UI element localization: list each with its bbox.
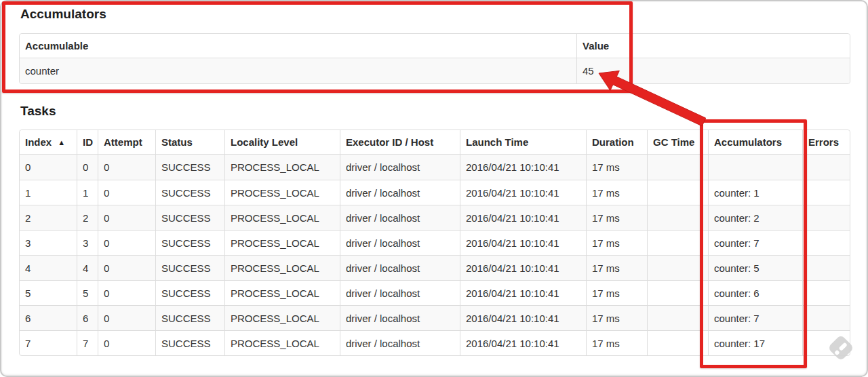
cell-duration: 17 ms xyxy=(586,205,647,230)
cell-duration: 17 ms xyxy=(586,155,647,180)
cell-gc-time xyxy=(647,180,708,205)
cell-errors xyxy=(802,280,850,305)
cell-accumulators: counter: 2 xyxy=(708,205,802,230)
cell-errors xyxy=(802,255,850,280)
cell-id: 7 xyxy=(77,330,98,355)
cell-accumulators: counter: 7 xyxy=(708,305,802,330)
task-row: 4 4 0 SUCCESS PROCESS_LOCAL driver / loc… xyxy=(20,255,850,280)
col-header-status[interactable]: Status xyxy=(155,130,224,155)
cell-id: 2 xyxy=(77,205,98,230)
cell-accumulators: counter: 17 xyxy=(708,330,802,355)
spark-ui-stage-page: Accumulators Accumulable Value counter 4… xyxy=(0,0,868,377)
cell-launch-time: 2016/04/21 10:10:41 xyxy=(460,180,586,205)
cell-errors xyxy=(802,180,850,205)
col-header-locality-level[interactable]: Locality Level xyxy=(224,130,340,155)
cell-executor-id-host: driver / localhost xyxy=(340,255,460,280)
cell-launch-time: 2016/04/21 10:10:41 xyxy=(460,280,586,305)
cell-id: 6 xyxy=(77,305,98,330)
accumulator-row: counter 45 xyxy=(20,58,850,83)
cell-executor-id-host: driver / localhost xyxy=(340,230,460,255)
accumulators-header-row: Accumulable Value xyxy=(20,34,850,58)
cell-errors xyxy=(802,155,850,180)
cell-errors xyxy=(802,205,850,230)
cell-locality-level: PROCESS_LOCAL xyxy=(224,230,340,255)
tasks-section-title: Tasks xyxy=(20,104,849,119)
col-header-launch-time[interactable]: Launch Time xyxy=(460,130,586,155)
cell-duration: 17 ms xyxy=(586,330,647,355)
cell-attempt: 0 xyxy=(98,280,155,305)
cell-index: 1 xyxy=(20,180,77,205)
cell-index: 5 xyxy=(20,280,77,305)
task-row: 6 6 0 SUCCESS PROCESS_LOCAL driver / loc… xyxy=(20,305,850,330)
watermark-stripe xyxy=(838,342,847,351)
cell-duration: 17 ms xyxy=(586,230,647,255)
cell-accumulators: counter: 7 xyxy=(708,230,802,255)
col-header-executor-id-host[interactable]: Executor ID / Host xyxy=(340,130,460,155)
cell-status: SUCCESS xyxy=(155,230,224,255)
col-header-value: Value xyxy=(576,34,850,58)
cell-gc-time xyxy=(647,155,708,180)
cell-locality-level: PROCESS_LOCAL xyxy=(224,205,340,230)
cell-gc-time xyxy=(647,255,708,280)
watermark-diamond xyxy=(827,334,854,361)
col-header-attempt[interactable]: Attempt xyxy=(98,130,155,155)
cell-index: 3 xyxy=(20,230,77,255)
cell-accumulators: counter: 5 xyxy=(708,255,802,280)
cell-attempt: 0 xyxy=(98,230,155,255)
cell-accumulators xyxy=(708,155,802,180)
cell-accumulators: counter: 1 xyxy=(708,180,802,205)
page-content: Accumulators Accumulable Value counter 4… xyxy=(19,7,849,356)
cell-accumulable-name[interactable]: counter xyxy=(20,58,576,83)
cell-locality-level: PROCESS_LOCAL xyxy=(224,305,340,330)
cell-locality-level: PROCESS_LOCAL xyxy=(224,180,340,205)
col-header-gc-time[interactable]: GC Time xyxy=(647,130,708,155)
cell-id: 5 xyxy=(77,280,98,305)
tasks-table: Index▲ ID Attempt Status Locality Level … xyxy=(19,130,850,356)
cell-errors xyxy=(802,230,850,255)
cell-locality-level: PROCESS_LOCAL xyxy=(224,280,340,305)
cell-attempt: 0 xyxy=(98,205,155,230)
col-header-duration[interactable]: Duration xyxy=(586,130,647,155)
cell-executor-id-host: driver / localhost xyxy=(340,180,460,205)
cell-id: 0 xyxy=(77,155,98,180)
cell-launch-time: 2016/04/21 10:10:41 xyxy=(460,330,586,355)
cell-gc-time xyxy=(647,305,708,330)
cell-status: SUCCESS xyxy=(155,330,224,355)
cell-launch-time: 2016/04/21 10:10:41 xyxy=(460,230,586,255)
cell-attempt: 0 xyxy=(98,255,155,280)
cell-status: SUCCESS xyxy=(155,205,224,230)
col-header-index[interactable]: Index▲ xyxy=(20,130,77,155)
cell-id: 4 xyxy=(77,255,98,280)
cell-locality-level: PROCESS_LOCAL xyxy=(224,155,340,180)
watermark-dot xyxy=(834,350,840,355)
cell-duration: 17 ms xyxy=(586,280,647,305)
cell-duration: 17 ms xyxy=(586,180,647,205)
tasks-header-row: Index▲ ID Attempt Status Locality Level … xyxy=(20,130,850,155)
cell-launch-time: 2016/04/21 10:10:41 xyxy=(460,205,586,230)
cell-accumulators: counter: 6 xyxy=(708,280,802,305)
cell-duration: 17 ms xyxy=(586,255,647,280)
cell-attempt: 0 xyxy=(98,330,155,355)
cell-index: 2 xyxy=(20,205,77,230)
cell-locality-level: PROCESS_LOCAL xyxy=(224,330,340,355)
cell-attempt: 0 xyxy=(98,155,155,180)
cell-gc-time xyxy=(647,205,708,230)
col-header-accumulable: Accumulable xyxy=(20,34,576,58)
sort-ascending-icon[interactable]: ▲ xyxy=(58,138,65,146)
col-header-errors[interactable]: Errors xyxy=(802,130,850,155)
cell-launch-time: 2016/04/21 10:10:41 xyxy=(460,155,586,180)
accumulators-table: Accumulable Value counter 45 xyxy=(19,33,850,84)
cell-gc-time xyxy=(647,230,708,255)
cell-executor-id-host: driver / localhost xyxy=(340,330,460,355)
cell-executor-id-host: driver / localhost xyxy=(340,205,460,230)
cell-index: 6 xyxy=(20,305,77,330)
col-header-id[interactable]: ID xyxy=(77,130,98,155)
cell-gc-time xyxy=(647,330,708,355)
col-header-accumulators[interactable]: Accumulators xyxy=(708,130,802,155)
cell-attempt: 0 xyxy=(98,305,155,330)
cell-executor-id-host: driver / localhost xyxy=(340,280,460,305)
task-row: 1 1 0 SUCCESS PROCESS_LOCAL driver / loc… xyxy=(20,180,850,205)
cell-status: SUCCESS xyxy=(155,280,224,305)
cell-gc-time xyxy=(647,280,708,305)
task-row: 2 2 0 SUCCESS PROCESS_LOCAL driver / loc… xyxy=(20,205,850,230)
